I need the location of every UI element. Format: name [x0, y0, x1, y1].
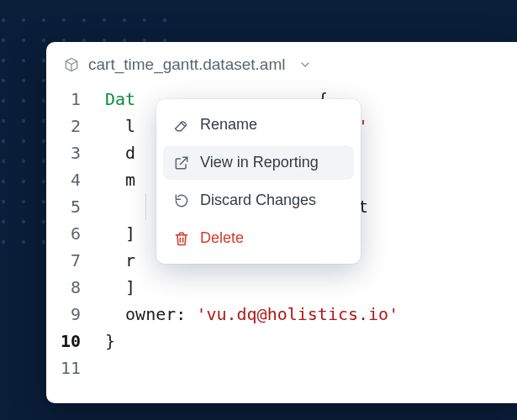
menu-item-label: Discard Changes — [200, 192, 316, 209]
eraser-icon — [173, 117, 190, 134]
dataset-icon — [63, 56, 80, 73]
line-number: 11 — [46, 354, 81, 381]
code-token: Dat — [105, 89, 135, 109]
line-number: 5 — [46, 193, 81, 220]
line-number: 4 — [46, 166, 81, 193]
menu-item-discard[interactable]: Discard Changes — [163, 183, 354, 218]
line-number: 8 — [46, 274, 81, 301]
code-token: owner: — [105, 304, 196, 324]
line-number: 6 — [46, 220, 81, 247]
line-number: 9 — [46, 301, 81, 328]
code-token — [105, 197, 145, 217]
menu-item-label: Rename — [200, 116, 257, 134]
line-number: 10 — [46, 328, 81, 354]
file-context-menu: Rename View in Reporting Discard Changes… — [156, 99, 361, 264]
file-header[interactable]: cart_time_gantt.dataset.aml — [46, 42, 517, 86]
code-token: d — [105, 143, 135, 163]
line-number-gutter: 1 2 3 4 5 6 7 8 9 10 11 — [46, 86, 93, 403]
line-number: 7 — [46, 247, 81, 274]
menu-item-label: Delete — [200, 229, 244, 247]
menu-item-delete[interactable]: Delete — [163, 221, 354, 255]
code-token: m — [105, 170, 135, 190]
undo-icon — [173, 192, 190, 209]
chevron-down-icon[interactable] — [298, 58, 312, 71]
menu-item-view-reporting[interactable]: View in Reporting — [163, 145, 354, 180]
line-number: 3 — [46, 139, 81, 166]
code-token: 'vu.dq@holistics.io' — [196, 304, 398, 324]
code-token: } — [105, 331, 115, 351]
line-number: 2 — [46, 113, 81, 139]
trash-icon — [173, 230, 190, 247]
code-token: r — [105, 250, 135, 270]
code-token: ] — [105, 223, 135, 244]
external-link-icon — [173, 155, 190, 171]
code-token: ] — [105, 277, 135, 297]
menu-item-label: View in Reporting — [200, 154, 319, 171]
line-number: 1 — [46, 86, 81, 113]
file-name: cart_time_gantt.dataset.aml — [88, 55, 285, 74]
code-token: l — [105, 116, 135, 136]
menu-item-rename[interactable]: Rename — [163, 108, 354, 142]
